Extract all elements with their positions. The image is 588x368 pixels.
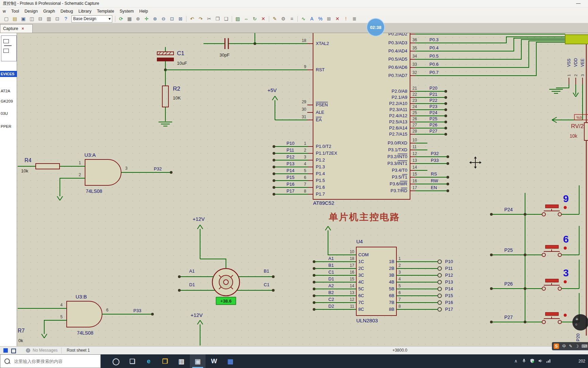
wrench-icon[interactable]: ⚙ bbox=[279, 15, 287, 22]
style-dropdown[interactable]: Base Design▾ bbox=[71, 15, 112, 22]
open-folder-icon[interactable]: ▤ bbox=[11, 15, 19, 22]
taskbar-icon-word[interactable]: W bbox=[206, 354, 222, 368]
mark-area-icon[interactable]: ⊡ bbox=[53, 15, 61, 22]
junction-dot bbox=[313, 308, 315, 311]
menu-library[interactable]: Library bbox=[76, 8, 94, 14]
menu-debug[interactable]: Debug bbox=[58, 8, 76, 14]
defender-shield-icon[interactable] bbox=[529, 358, 535, 364]
taskbar-icon-file-explorer[interactable]: ❒ bbox=[157, 354, 173, 368]
cut-icon[interactable]: ✂ bbox=[205, 15, 213, 22]
redo-icon[interactable]: ↷ bbox=[197, 15, 205, 22]
edit-icon[interactable]: ✎ bbox=[271, 15, 279, 22]
ime-icon[interactable]: 中 bbox=[562, 344, 566, 349]
block-copy-icon[interactable]: ▨ bbox=[234, 15, 242, 22]
ime-items: 中✎☽⌨ bbox=[561, 343, 588, 349]
sheet-add-icon[interactable]: ⊞ bbox=[325, 15, 333, 22]
taskbar-search[interactable] bbox=[0, 354, 101, 368]
search-icon bbox=[4, 358, 10, 364]
button-terminal bbox=[542, 213, 545, 216]
ime-toolbar[interactable]: S 中✎☽⌨ bbox=[552, 342, 588, 350]
refresh-icon[interactable]: ⟳ bbox=[117, 15, 125, 22]
minimize-icon[interactable]: — bbox=[576, 1, 581, 6]
sheet-remove-icon[interactable]: ✕ bbox=[333, 15, 341, 22]
net-label: P24 bbox=[429, 110, 437, 115]
menu-design[interactable]: Design bbox=[22, 8, 40, 14]
zoom-area-icon[interactable]: ⊡ bbox=[168, 15, 176, 22]
taskbar-icon-recorder-app[interactable]: ▣ bbox=[190, 354, 206, 368]
zoom-in-icon[interactable]: ⊕ bbox=[151, 15, 159, 22]
zoom-all-icon[interactable]: ⊠ bbox=[177, 15, 184, 22]
export-icon[interactable]: ⊟ bbox=[36, 15, 44, 22]
ime-icon[interactable]: ⌨ bbox=[582, 344, 587, 349]
net-label: P0.3 bbox=[429, 37, 439, 42]
block-move-icon[interactable]: ⇔ bbox=[242, 15, 250, 22]
device-item-at2a[interactable]: AT2A bbox=[1, 89, 10, 93]
ime-icon[interactable]: ☽ bbox=[575, 344, 579, 349]
block-delete-icon[interactable]: ✕ bbox=[259, 15, 267, 22]
network-icon[interactable] bbox=[546, 358, 551, 364]
copy-icon[interactable]: ❐ bbox=[214, 15, 222, 22]
print-icon[interactable]: ▥ bbox=[45, 15, 53, 22]
list-icon[interactable]: ≡ bbox=[288, 15, 296, 22]
device-item-03u[interactable]: 03U bbox=[1, 111, 8, 116]
taskbar-icon-store[interactable]: ▥ bbox=[174, 354, 189, 368]
block-rotate-icon[interactable]: ↻ bbox=[251, 15, 259, 22]
motor-angle-value: +38.6 bbox=[220, 298, 232, 304]
net-label: P26 bbox=[504, 281, 513, 287]
origin-icon[interactable]: ⊕ bbox=[134, 15, 142, 22]
pan-icon[interactable]: ✛ bbox=[143, 15, 150, 22]
recorder-float-button[interactable]: + ○ bbox=[572, 314, 588, 331]
microphone-icon[interactable] bbox=[521, 358, 527, 364]
tab-close-icon[interactable]: × bbox=[21, 26, 24, 31]
menu-help[interactable]: Help bbox=[136, 8, 151, 14]
search-input[interactable] bbox=[13, 358, 93, 364]
taskbar-icon-edge[interactable]: e bbox=[141, 354, 157, 368]
taskbar-clock[interactable]: 202 bbox=[578, 359, 585, 364]
new-file-icon[interactable]: ▢ bbox=[2, 15, 10, 22]
pin-name: EA bbox=[316, 117, 322, 122]
ime-icon[interactable]: ✎ bbox=[569, 344, 572, 349]
menu-system[interactable]: System bbox=[117, 8, 136, 14]
search-tag-icon[interactable]: A bbox=[308, 15, 316, 22]
undo-icon[interactable]: ↶ bbox=[188, 15, 196, 22]
junction-dot bbox=[446, 176, 449, 179]
net-label: P32 bbox=[154, 166, 162, 171]
menu-graph[interactable]: Graph bbox=[40, 8, 58, 14]
sogou-icon[interactable]: S bbox=[554, 343, 559, 349]
menu-template[interactable]: Template bbox=[94, 8, 117, 14]
tray-chevron-icon[interactable]: ∧ bbox=[513, 358, 519, 364]
tab-schematic-capture[interactable]: Capture × bbox=[0, 24, 33, 33]
taskbar-icon-cortana[interactable]: ◯ bbox=[108, 354, 124, 368]
menu-w[interactable]: w bbox=[0, 8, 9, 14]
taskbar-icon-photos[interactable]: ▦ bbox=[223, 354, 238, 368]
device-item-gk209[interactable]: GK209 bbox=[1, 99, 13, 103]
tab-label: Capture bbox=[3, 26, 18, 31]
pin-name: P3.7/RD bbox=[391, 188, 407, 193]
taskbar-icon-task-view[interactable]: ❏ bbox=[125, 354, 140, 368]
junction-dot bbox=[313, 281, 315, 283]
recording-timer-overlay[interactable]: 02:38 bbox=[366, 18, 385, 36]
device-item-pper[interactable]: PPER bbox=[1, 124, 11, 128]
pin-name: 7B bbox=[389, 300, 394, 305]
pin-name: P1.5 bbox=[316, 178, 325, 183]
save-icon[interactable]: ▣ bbox=[19, 15, 27, 22]
pin-name: P2.3/A11 bbox=[389, 107, 407, 112]
wire-autorouter-icon[interactable]: ∿ bbox=[299, 15, 307, 22]
bom-icon[interactable]: ≣ bbox=[350, 15, 358, 22]
import-icon[interactable]: ◫ bbox=[28, 15, 36, 22]
zoom-out-icon[interactable]: ⊖ bbox=[160, 15, 167, 22]
button-cap bbox=[545, 205, 558, 208]
button-terminal bbox=[558, 213, 561, 216]
menu-tool[interactable]: Tool bbox=[9, 8, 22, 14]
help-icon[interactable]: ? bbox=[62, 15, 70, 22]
property-assign-icon[interactable]: % bbox=[316, 15, 324, 22]
volume-icon[interactable] bbox=[538, 358, 543, 364]
pin-name: XTAL2 bbox=[316, 41, 329, 46]
schematic-canvas[interactable]: AT89C5218XTAL29RST29PSEN30ALE31EAP101P1.… bbox=[0, 0, 588, 368]
paste-icon[interactable]: ❏ bbox=[222, 15, 230, 22]
part-ref: U4 bbox=[356, 239, 363, 244]
electrical-check-icon[interactable]: ! bbox=[342, 15, 350, 22]
grid-icon[interactable]: ▦ bbox=[126, 15, 133, 22]
status-stop-square[interactable] bbox=[11, 349, 16, 353]
status-blue-square[interactable] bbox=[3, 348, 8, 353]
